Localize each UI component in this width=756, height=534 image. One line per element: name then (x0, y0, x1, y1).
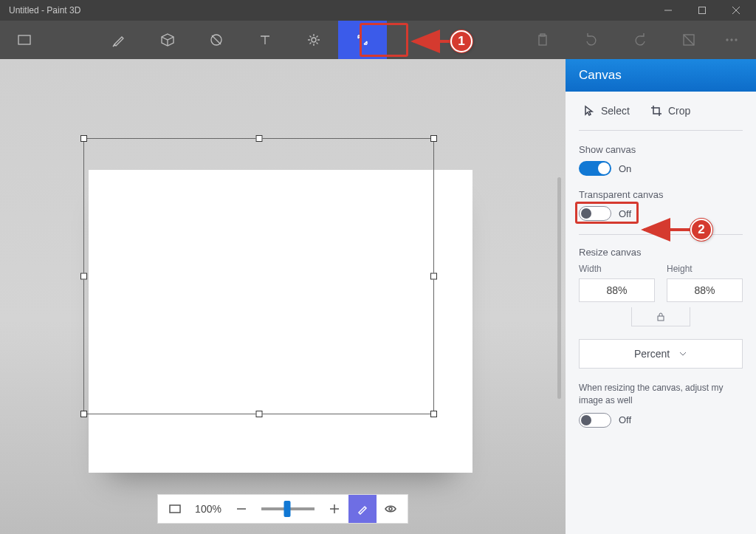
side-panel: Canvas Select Crop Show canvas On (566, 59, 756, 534)
select-tool[interactable]: Select (583, 105, 630, 117)
menu-button[interactable] (6, 21, 43, 59)
more-button[interactable] (713, 21, 750, 59)
brushes-tab[interactable] (94, 21, 143, 59)
zoom-bar: 100% (157, 494, 408, 524)
svg-line-6 (212, 35, 221, 44)
unit-select[interactable]: Percent (579, 339, 743, 369)
workspace[interactable]: 100% (0, 59, 566, 534)
zoom-slider[interactable] (261, 507, 315, 510)
zoom-in-button[interactable] (320, 495, 348, 523)
svg-point-18 (389, 507, 392, 510)
annotation-outline-1 (360, 23, 408, 57)
svg-point-7 (312, 38, 316, 42)
maximize-button[interactable] (685, 0, 719, 21)
undo-button[interactable] (567, 21, 616, 59)
show-canvas-toggle[interactable] (579, 161, 611, 176)
crop-tool[interactable]: Crop (650, 105, 690, 117)
adjust-image-toggle[interactable] (579, 413, 611, 428)
resize-handle-nw[interactable] (80, 135, 87, 142)
svg-rect-1 (699, 7, 706, 14)
resize-label: Resize canvas (579, 247, 743, 258)
select-label: Select (601, 105, 630, 117)
annotation-outline-2 (575, 202, 639, 224)
resize-note: When resizing the canvas, adjust my imag… (579, 382, 743, 407)
height-input[interactable]: 88% (667, 278, 743, 302)
fit-button[interactable] (161, 495, 189, 523)
svg-point-11 (726, 39, 728, 41)
3d-shapes-tab[interactable] (143, 21, 192, 59)
svg-rect-14 (170, 505, 180, 513)
paste-button[interactable] (518, 21, 567, 59)
width-input[interactable]: 88% (579, 278, 655, 302)
adjust-image-state: Off (619, 414, 631, 425)
show-canvas-state: On (619, 163, 631, 174)
text-tab[interactable] (241, 21, 289, 59)
unit-label: Percent (634, 348, 670, 360)
crop-icon (650, 105, 662, 117)
title-bar: Untitled - Paint 3D (0, 0, 756, 21)
resize-handle-n[interactable] (255, 135, 262, 142)
resize-handle-e[interactable] (430, 273, 437, 280)
resize-handle-sw[interactable] (80, 411, 87, 417)
resize-handle-s[interactable] (255, 411, 262, 417)
effects-tab[interactable] (289, 21, 338, 59)
zoom-level: 100% (189, 503, 227, 515)
resize-handle-ne[interactable] (430, 135, 437, 142)
chevron-down-icon (678, 349, 687, 358)
close-button[interactable] (719, 0, 753, 21)
show-canvas-label: Show canvas (579, 144, 743, 155)
view-mode-button[interactable] (377, 495, 405, 523)
svg-point-12 (731, 39, 732, 41)
svg-rect-8 (539, 35, 546, 45)
2d-shapes-tab[interactable] (192, 21, 241, 59)
crop-label: Crop (668, 105, 690, 117)
zoom-out-button[interactable] (227, 495, 255, 523)
resize-handle-w[interactable] (80, 273, 87, 280)
top-toolbar (0, 21, 756, 59)
resize-handle-se[interactable] (430, 411, 437, 417)
redo-button[interactable] (616, 21, 664, 59)
svg-point-13 (735, 39, 737, 41)
panel-title: Canvas (566, 59, 756, 92)
pointer-icon (583, 105, 595, 117)
minimize-button[interactable] (651, 0, 685, 21)
svg-rect-4 (18, 35, 30, 44)
transparent-canvas-label: Transparent canvas (579, 189, 743, 200)
workspace-scrollbar[interactable] (557, 177, 561, 399)
edit-mode-button[interactable] (348, 495, 377, 523)
height-heading: Height (667, 264, 743, 274)
lock-aspect-button[interactable] (631, 307, 690, 326)
window-title: Untitled - Paint 3D (9, 5, 80, 16)
selection-box[interactable] (83, 138, 434, 414)
lock-icon (656, 312, 666, 322)
view-3d-button[interactable] (664, 21, 713, 59)
width-heading: Width (579, 264, 655, 274)
svg-rect-19 (658, 316, 664, 321)
